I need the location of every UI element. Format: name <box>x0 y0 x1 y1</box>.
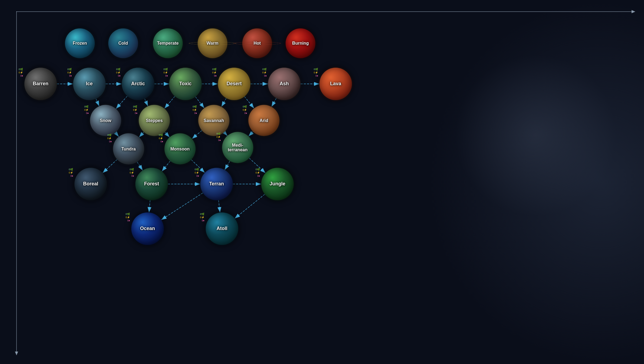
planet-forest[interactable]: Forest0🌿0⚡0♦ <box>135 168 168 200</box>
planet-label-arid: Arid <box>249 118 280 123</box>
planet-label-mediterranean: Medi-terranean <box>222 143 253 152</box>
planet-label-ocean: Ocean <box>131 226 164 231</box>
planet-circle-warm: Warm <box>198 28 227 58</box>
planet-temperate[interactable]: Temperate <box>153 28 183 58</box>
planet-circle-toxic: Toxic <box>169 68 202 100</box>
planet-circle-frozen: Frozen <box>65 28 95 58</box>
svg-marker-11 <box>314 82 319 86</box>
background-nebula2 <box>455 54 617 217</box>
planet-circle-monsoon: Monsoon <box>165 133 196 165</box>
planet-mediterranean[interactable]: Medi-terranean0🌿0⚡0♦ <box>222 132 253 163</box>
planet-warm[interactable]: Warm <box>198 28 227 58</box>
planet-label-terran: Terran <box>200 181 233 187</box>
planet-barren[interactable]: Barren0🌿0⚡0♦ <box>24 68 57 100</box>
planet-jungle[interactable]: Jungle0🌿0⚡0♦ <box>261 168 294 200</box>
planet-stats-boreal: 0🌿0⚡0♦ <box>60 168 73 178</box>
svg-marker-53 <box>195 182 200 186</box>
planet-stats-terran: 0🌿0⚡0♦ <box>185 168 199 178</box>
svg-line-60 <box>218 200 220 213</box>
planet-stats-barren: 0🌿0⚡0♦ <box>9 68 23 77</box>
svg-marker-61 <box>217 207 221 213</box>
planet-cold[interactable]: Cold <box>108 28 138 58</box>
planet-ash[interactable]: Ash0🌿0⚡0♦ <box>268 68 300 100</box>
planet-label-burning: Burning <box>286 41 315 46</box>
svg-line-56 <box>149 200 150 212</box>
planet-stats-atoll: 0🌿0⚡0♦ <box>191 212 204 222</box>
planet-stats-ash: 0🌿0⚡0♦ <box>253 68 267 77</box>
planet-circle-barren: Barren <box>24 68 57 100</box>
planet-savannah[interactable]: Savannah0🌿0⚡0♦ <box>198 105 230 136</box>
planet-label-boreal: Boreal <box>74 181 107 187</box>
planet-circle-hot: Hot <box>242 28 272 58</box>
planet-stats-ocean: 0🌿0⚡0♦ <box>116 212 130 222</box>
svg-marker-57 <box>148 207 151 213</box>
planet-label-desert: Desert <box>218 81 250 87</box>
planet-stats-forest: 0🌿0⚡0♦ <box>120 168 134 178</box>
planet-label-savannah: Savannah <box>198 118 230 123</box>
planet-snow[interactable]: Snow0🌿0⚡0♦ <box>90 105 121 136</box>
planet-circle-tundra: Tundra <box>113 133 144 165</box>
planet-atoll[interactable]: Atoll0🌿0⚡0♦ <box>206 212 238 245</box>
planet-label-temperate: Temperate <box>153 41 183 46</box>
planet-label-monsoon: Monsoon <box>165 146 196 151</box>
planet-toxic[interactable]: Toxic0🌿0⚡0♦ <box>169 68 202 100</box>
svg-line-62 <box>235 194 265 219</box>
planet-tundra[interactable]: Tundra0🌿0⚡0♦ <box>113 133 144 165</box>
svg-marker-5 <box>164 82 169 86</box>
planet-label-toxic: Toxic <box>169 81 202 87</box>
planet-frozen[interactable]: Frozen <box>65 28 95 58</box>
planet-circle-atoll: Atoll <box>206 212 238 245</box>
planet-circle-savannah: Savannah <box>198 105 230 136</box>
temperature-axis <box>16 11 633 12</box>
planet-circle-ice: Ice <box>73 68 106 100</box>
planet-label-frozen: Frozen <box>65 41 95 46</box>
planet-circle-arid: Arid <box>249 105 280 136</box>
planet-label-ice: Ice <box>73 81 106 87</box>
planet-circle-boreal: Boreal <box>74 168 107 200</box>
planet-circle-cold: Cold <box>108 28 138 58</box>
svg-marker-55 <box>256 182 261 186</box>
planet-boreal[interactable]: Boreal0🌿0⚡0♦ <box>74 168 107 200</box>
planet-hot[interactable]: Hot <box>242 28 272 58</box>
planet-arid[interactable]: Arid0🌿0⚡0♦ <box>249 105 280 136</box>
planet-circle-terran: Terran <box>200 168 233 200</box>
planet-label-hot: Hot <box>242 41 272 46</box>
planet-label-ash: Ash <box>268 81 300 87</box>
planet-monsoon[interactable]: Monsoon0🌿0⚡0♦ <box>165 133 196 165</box>
planet-stats-arctic: 0🌿0⚡0♦ <box>107 68 120 77</box>
planet-arctic[interactable]: Arctic0🌿0⚡0♦ <box>122 68 154 100</box>
planet-circle-steppes: Steppes <box>139 105 170 136</box>
planet-label-barren: Barren <box>24 81 57 87</box>
planet-stats-arid: 0🌿0⚡0♦ <box>234 105 247 115</box>
planet-circle-lava: Lava <box>319 68 352 100</box>
planet-stats-tundra: 0🌿0⚡0♦ <box>98 133 112 143</box>
planet-stats-lava: 0🌿0⚡0♦ <box>305 68 318 77</box>
planet-stats-savannah: 0🌿0⚡0♦ <box>184 105 197 115</box>
planet-desert[interactable]: Desert0🌿0⚡0♦ <box>218 68 250 100</box>
planet-label-lava: Lava <box>319 81 352 87</box>
planet-label-forest: Forest <box>135 181 168 187</box>
planet-stats-mediterranean: 0🌿0⚡0♦ <box>207 132 221 142</box>
planet-label-cold: Cold <box>108 41 138 46</box>
planet-circle-desert: Desert <box>218 68 250 100</box>
planet-label-atoll: Atoll <box>206 226 238 231</box>
planet-label-snow: Snow <box>90 118 121 123</box>
planet-stats-ice: 0🌿0⚡0♦ <box>58 68 72 77</box>
planet-burning[interactable]: Burning <box>286 28 315 58</box>
planet-label-arctic: Arctic <box>122 81 154 87</box>
planet-circle-arctic: Arctic <box>122 68 154 100</box>
planet-circle-ash: Ash <box>268 68 300 100</box>
planet-circle-temperate: Temperate <box>153 28 183 58</box>
biodiversity-axis <box>16 11 17 353</box>
planet-terran[interactable]: Terran0🌿0⚡0♦ <box>200 168 233 200</box>
planet-circle-mediterranean: Medi-terranean <box>222 132 253 163</box>
planet-ice[interactable]: Ice0🌿0⚡0♦ <box>73 68 106 100</box>
planet-stats-toxic: 0🌿0⚡0♦ <box>154 68 168 77</box>
planet-steppes[interactable]: Steppes0🌿0⚡0♦ <box>139 105 170 136</box>
planet-label-warm: Warm <box>198 41 227 46</box>
planet-lava[interactable]: Lava0🌿0⚡0♦ <box>319 68 352 100</box>
planet-ocean[interactable]: Ocean0🌿0⚡0♦ <box>131 212 164 245</box>
planet-stats-jungle: 0🌿0⚡0♦ <box>246 168 260 178</box>
planet-circle-burning: Burning <box>286 28 315 58</box>
planet-label-jungle: Jungle <box>261 181 294 187</box>
